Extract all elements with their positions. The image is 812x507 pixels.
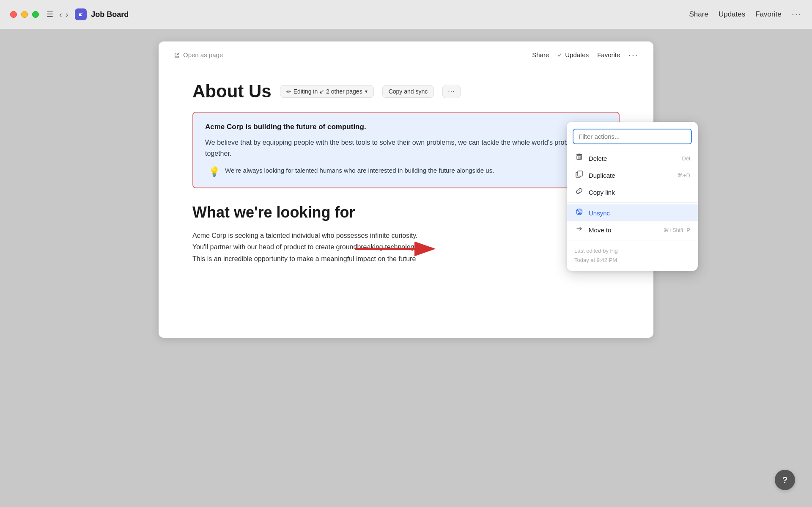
delete-menu-item[interactable]: Delete Del	[567, 150, 698, 167]
move-to-icon	[574, 225, 584, 234]
duplicate-icon	[574, 171, 584, 180]
minimize-button[interactable]	[21, 11, 28, 18]
close-button[interactable]	[10, 11, 17, 18]
filter-input-wrapper	[567, 125, 698, 146]
forward-arrow-icon[interactable]: ›	[66, 10, 69, 19]
doc-toolbar-right: Share ✓ Updates Favorite ···	[532, 50, 638, 60]
app-icon	[75, 8, 87, 20]
editing-badge-label: Editing in ↙ 2 other pages	[294, 88, 362, 95]
unsync-menu-item[interactable]: Unsync	[567, 204, 698, 221]
duplicate-shortcut: ⌘+D	[678, 172, 690, 179]
favorite-button[interactable]: Favorite	[755, 10, 781, 19]
main-area: Open as page Share ✓ Updates Favorite ··…	[0, 29, 812, 507]
copy-link-icon	[574, 187, 584, 197]
doc-favorite-button[interactable]: Favorite	[597, 51, 620, 58]
delete-shortcut: Del	[682, 155, 690, 162]
duplicate-menu-item[interactable]: Duplicate ⌘+D	[567, 167, 698, 184]
open-as-page-label: Open as page	[183, 51, 223, 58]
context-menu: Delete Del Duplicate ⌘+D Copy link	[567, 122, 698, 271]
what-looking-section: What we're looking for Acme Corp is seek…	[192, 204, 620, 265]
doc-updates-label: Updates	[565, 51, 589, 58]
last-edited-by: Last edited by Fig	[574, 246, 690, 256]
copy-link-label: Copy link	[589, 189, 615, 196]
svg-rect-10	[578, 171, 582, 176]
more-options-button[interactable]: ···	[792, 9, 802, 20]
doc-toolbar: Open as page Share ✓ Updates Favorite ··…	[159, 41, 653, 64]
copy-link-menu-item[interactable]: Copy link	[567, 184, 698, 201]
unsync-label: Unsync	[589, 209, 610, 217]
synced-block-title: Acme Corp is building the future of comp…	[205, 123, 607, 131]
back-arrow-icon[interactable]: ‹	[59, 10, 62, 19]
synced-block-text: We believe that by equipping people with…	[205, 137, 607, 159]
help-button[interactable]: ?	[775, 470, 795, 490]
menu-footer: Last edited by Fig Today at 9:42 PM	[567, 242, 698, 267]
duplicate-label: Duplicate	[589, 172, 615, 179]
last-edited-time: Today at 9:42 PM	[574, 256, 690, 265]
svg-rect-4	[578, 154, 580, 154]
delete-label: Delete	[589, 155, 607, 162]
nav-arrows: ‹ ›	[59, 10, 68, 19]
menu-divider-2	[567, 202, 698, 203]
hamburger-menu-icon[interactable]: ☰	[47, 10, 53, 19]
what-looking-body: Acme Corp is seeking a talented individu…	[192, 230, 620, 265]
synced-block-note-text: We're always looking for talented humans…	[225, 165, 494, 176]
menu-divider-1	[567, 148, 698, 148]
share-button[interactable]: Share	[689, 10, 708, 19]
edit-icon: ✏	[286, 88, 291, 95]
check-icon: ✓	[557, 52, 562, 58]
delete-icon	[574, 154, 584, 163]
what-looking-title: What we're looking for	[192, 204, 620, 221]
synced-more-button[interactable]: ···	[442, 85, 460, 98]
unsync-icon	[574, 208, 584, 218]
editing-badge[interactable]: ✏ Editing in ↙ 2 other pages ▾	[280, 85, 374, 98]
maximize-button[interactable]	[32, 11, 39, 18]
move-to-label: Move to	[589, 226, 611, 234]
synced-block-note: 💡 We're always looking for talented huma…	[205, 165, 607, 177]
about-us-title: About Us	[192, 81, 272, 102]
titlebar-right: Share Updates Favorite ···	[689, 9, 802, 20]
bulb-icon: 💡	[208, 166, 220, 177]
filter-actions-input[interactable]	[573, 129, 692, 144]
chevron-down-icon: ▾	[365, 88, 368, 94]
menu-divider-3	[567, 240, 698, 240]
open-as-page-icon	[174, 52, 180, 58]
move-to-menu-item[interactable]: Move to ⌘+Shift+P	[567, 221, 698, 238]
copy-sync-button[interactable]: Copy and sync	[382, 85, 434, 98]
move-to-shortcut: ⌘+Shift+P	[664, 227, 690, 233]
about-us-header: About Us ✏ Editing in ↙ 2 other pages ▾ …	[192, 81, 620, 102]
page-title: Job Board	[91, 10, 129, 19]
doc-more-button[interactable]: ···	[628, 50, 638, 60]
about-us-section: About Us ✏ Editing in ↙ 2 other pages ▾ …	[192, 81, 620, 188]
synced-block: Acme Corp is building the future of comp…	[192, 112, 620, 188]
traffic-lights	[10, 11, 39, 18]
doc-share-button[interactable]: Share	[532, 51, 549, 58]
open-as-page-button[interactable]: Open as page	[174, 51, 223, 58]
titlebar: ☰ ‹ › Job Board Share Updates Favorite ·…	[0, 0, 812, 29]
updates-button[interactable]: Updates	[719, 10, 745, 19]
doc-updates-button[interactable]: ✓ Updates	[557, 51, 589, 58]
